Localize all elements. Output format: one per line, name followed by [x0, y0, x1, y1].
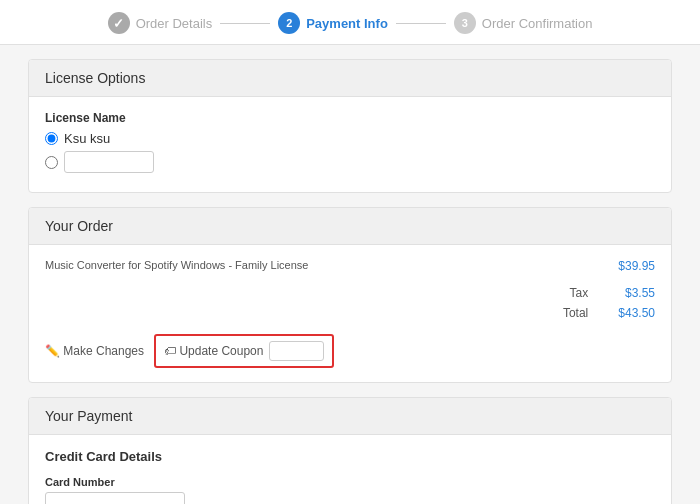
step-label-1: Order Details: [136, 16, 213, 31]
your-payment-section: Your Payment Credit Card Details Card Nu…: [28, 397, 672, 504]
update-coupon-button[interactable]: 🏷 Update Coupon: [164, 344, 263, 358]
totals-values: $3.55 $43.50: [618, 283, 655, 324]
product-name: Music Converter for Spotify Windows - Fa…: [45, 259, 308, 271]
totals-labels: Tax Total: [563, 283, 588, 324]
order-totals: Tax Total $3.55 $43.50: [45, 283, 655, 324]
coupon-input[interactable]: [269, 341, 324, 361]
your-payment-body: Credit Card Details Card Number VISA AME…: [29, 435, 671, 504]
order-actions: ✏️ Make Changes 🏷 Update Coupon: [45, 334, 655, 368]
step-order-confirmation[interactable]: 3 Order Confirmation: [454, 12, 593, 34]
step-label-3: Order Confirmation: [482, 16, 593, 31]
license-options-section: License Options License Name Ksu ksu: [28, 59, 672, 193]
credit-card-title: Credit Card Details: [45, 449, 655, 464]
total-value: $43.50: [618, 303, 655, 323]
step-order-details[interactable]: ✓ Order Details: [108, 12, 213, 34]
stepper: ✓ Order Details 2 Payment Info 3 Order C…: [0, 0, 700, 45]
card-number-group: Card Number VISA AMEX DISC: [45, 476, 655, 504]
your-order-body: Music Converter for Spotify Windows - Fa…: [29, 245, 671, 382]
coupon-box: 🏷 Update Coupon: [154, 334, 334, 368]
step-separator-2: [396, 23, 446, 24]
make-changes-button[interactable]: ✏️ Make Changes: [45, 344, 144, 358]
step-circle-1: ✓: [108, 12, 130, 34]
your-payment-header: Your Payment: [29, 398, 671, 435]
your-order-section: Your Order Music Converter for Spotify W…: [28, 207, 672, 383]
license-options-header: License Options: [29, 60, 671, 97]
license-custom-input[interactable]: [64, 151, 154, 173]
license-name-label: License Name: [45, 111, 655, 125]
total-label: Total: [563, 303, 588, 323]
step-separator-1: [220, 23, 270, 24]
license-radio-ksu[interactable]: [45, 132, 58, 145]
license-options-body: License Name Ksu ksu: [29, 97, 671, 192]
tax-value: $3.55: [618, 283, 655, 303]
license-option-1-label: Ksu ksu: [64, 131, 110, 146]
step-payment-info[interactable]: 2 Payment Info: [278, 12, 388, 34]
license-option-1: Ksu ksu: [45, 131, 655, 146]
card-number-input[interactable]: [45, 492, 185, 504]
step-label-2: Payment Info: [306, 16, 388, 31]
card-number-label: Card Number: [45, 476, 655, 488]
tax-label: Tax: [563, 283, 588, 303]
step-circle-3: 3: [454, 12, 476, 34]
product-row: Music Converter for Spotify Windows - Fa…: [45, 259, 655, 273]
license-radio-other[interactable]: [45, 156, 58, 169]
license-option-2: [45, 151, 655, 173]
product-price: $39.95: [618, 259, 655, 273]
step-circle-2: 2: [278, 12, 300, 34]
your-order-header: Your Order: [29, 208, 671, 245]
